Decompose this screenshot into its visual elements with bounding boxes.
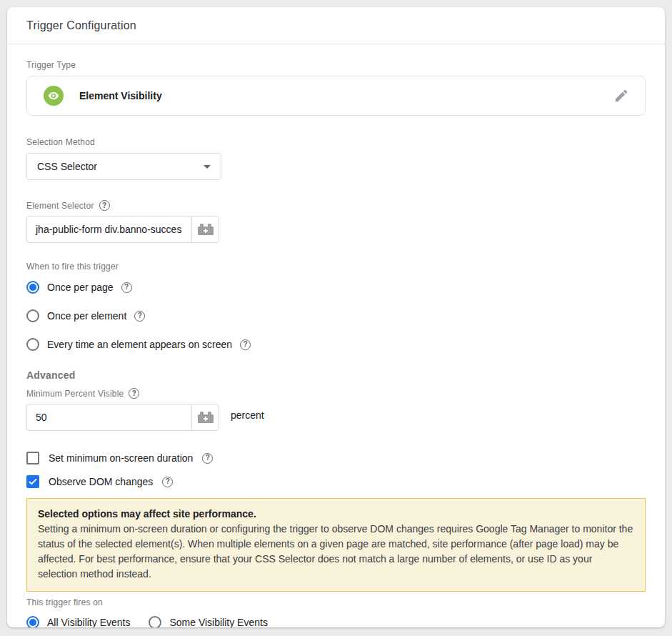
warning-body: Setting a minimum on-screen duration or …: [38, 522, 634, 582]
selection-method-label: Selection Method: [26, 137, 646, 147]
advanced-checkboxes: Set minimum on-screen duration ? Observe…: [26, 451, 646, 489]
trigger-configuration-card: Trigger Configuration Trigger Type Eleme…: [7, 7, 665, 627]
checkbox-label: Observe DOM changes: [49, 476, 153, 487]
radio-label: Some Visibility Events: [169, 617, 267, 627]
element-selector-input[interactable]: jha-public-form div.banno-succes: [26, 216, 191, 243]
radio-icon[interactable]: [26, 309, 39, 322]
selection-method-select[interactable]: CSS Selector: [26, 153, 221, 180]
help-icon[interactable]: ?: [240, 339, 251, 350]
help-icon[interactable]: ?: [202, 453, 213, 464]
checkbox-icon[interactable]: [26, 452, 39, 464]
checkbox-icon[interactable]: [26, 475, 39, 488]
element-selector-group: jha-public-form div.banno-succes: [26, 216, 219, 243]
radio-label: Every time an element appears on screen: [47, 339, 232, 350]
help-icon[interactable]: ?: [129, 388, 139, 399]
fire-trigger-label: When to fire this trigger: [26, 262, 646, 272]
fires-on-label: This trigger fires on: [26, 597, 646, 607]
warning-title: Selected options may affect site perform…: [38, 507, 634, 522]
min-percent-group: 50: [26, 404, 219, 431]
radio-icon[interactable]: [26, 616, 39, 627]
trigger-type-label: Trigger Type: [26, 60, 646, 70]
min-percent-label: Minimum Percent Visible ?: [26, 388, 646, 399]
min-percent-row: 50 percent: [26, 399, 646, 431]
help-icon[interactable]: ?: [162, 477, 173, 487]
chevron-down-icon: [204, 165, 211, 169]
trigger-type-value: Element Visibility: [79, 90, 162, 101]
selection-method-value: CSS Selector: [37, 161, 97, 172]
radio-label: Once per page: [47, 282, 114, 293]
performance-warning: Selected options may affect site perform…: [26, 498, 646, 592]
help-icon[interactable]: ?: [121, 282, 132, 293]
radio-icon[interactable]: [26, 338, 39, 351]
help-icon[interactable]: ?: [134, 311, 145, 322]
radio-label: Once per element: [47, 310, 126, 322]
trigger-type-box[interactable]: Element Visibility: [26, 76, 646, 116]
checkbox-observe-dom[interactable]: Observe DOM changes ?: [26, 474, 646, 489]
variable-picker-button[interactable]: [191, 404, 219, 431]
advanced-heading: Advanced: [26, 369, 646, 381]
help-icon[interactable]: ?: [99, 200, 110, 211]
radio-some-visibility-events[interactable]: Some Visibility Events: [149, 615, 267, 627]
element-selector-label: Element Selector ?: [26, 200, 646, 211]
min-percent-input[interactable]: 50: [26, 404, 191, 431]
radio-every-time[interactable]: Every time an element appears on screen …: [26, 337, 646, 352]
radio-once-per-element[interactable]: Once per element ?: [26, 309, 646, 323]
radio-icon[interactable]: [149, 616, 161, 627]
percent-unit-label: percent: [231, 409, 264, 421]
card-header: Trigger Configuration: [7, 7, 665, 44]
checkbox-label: Set minimum on-screen duration: [49, 452, 193, 464]
checkbox-min-duration[interactable]: Set minimum on-screen duration ?: [26, 451, 646, 465]
element-visibility-icon: [44, 86, 64, 106]
page-title: Trigger Configuration: [26, 19, 136, 32]
fire-trigger-options: Once per page ? Once per element ? Every…: [26, 280, 646, 352]
radio-label: All Visibility Events: [47, 617, 130, 627]
fires-on-options: All Visibility Events Some Visibility Ev…: [26, 615, 646, 627]
card-body: Trigger Type Element Visibility Selectio…: [7, 44, 665, 627]
edit-icon[interactable]: [613, 88, 629, 104]
radio-once-per-page[interactable]: Once per page ?: [26, 280, 646, 294]
radio-all-visibility-events[interactable]: All Visibility Events: [26, 615, 130, 627]
variable-picker-button[interactable]: [191, 216, 219, 243]
radio-icon[interactable]: [26, 281, 39, 294]
